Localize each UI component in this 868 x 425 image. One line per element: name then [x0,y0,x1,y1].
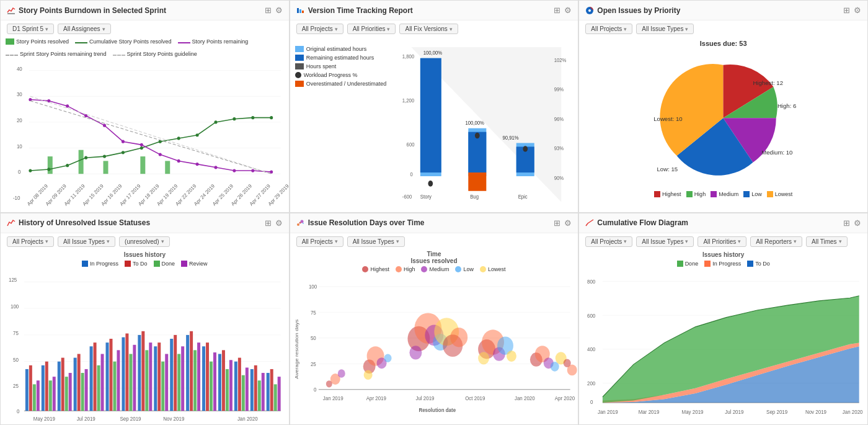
svg-text:0: 0 [590,398,593,405]
svg-rect-162 [229,360,232,411]
table-icon[interactable]: ⊞ [265,6,272,15]
unresolved-filter[interactable]: (unresolved) [119,236,170,247]
assignees-filter[interactable]: All Assignees [58,24,110,34]
projects-filter-6[interactable]: All Projects [585,236,632,247]
legend-remaining-color [178,42,190,43]
svg-point-183 [303,223,304,224]
legend-workload: Workload Progress % [295,72,394,78]
version-tracking-filters: All Projects All Priorities All Fix Vers… [290,20,578,37]
svg-text:Mar 2019: Mar 2019 [639,408,660,414]
projects-filter-4[interactable]: All Projects [7,236,54,247]
history-header: History of Unresolved Issue Statuses ⊞ ⚙ [1,213,289,233]
svg-point-216 [478,352,489,364]
svg-point-84 [475,133,480,139]
svg-text:30: 30 [17,92,22,97]
svg-point-215 [507,350,516,361]
resolution-title: Issue Resolution Days over Time [296,218,425,227]
svg-rect-63 [302,11,304,13]
svg-rect-118 [53,377,56,411]
version-chart-container: 1,800 1,200 600 0 -600 102% 99% 96% 93% … [399,40,574,210]
svg-rect-163 [234,361,237,410]
svg-rect-14 [104,161,108,174]
issue-types-filter-5[interactable]: All Issue Types [347,236,405,247]
resolution-filters: All Projects All Issue Types [290,233,578,250]
svg-rect-159 [218,354,221,411]
svg-text:100: 100 [11,303,19,310]
table-icon-6[interactable]: ⊞ [843,218,850,228]
reporters-filter[interactable]: All Reporters [750,236,802,247]
cumulative-header-icons: ⊞ ⚙ [843,218,861,228]
versions-filter[interactable]: All Fix Versions [399,24,458,34]
history-body: 125 100 75 50 25 0 [1,268,289,425]
svg-text:Jul 2019: Jul 2019 [77,415,95,422]
svg-text:-10: -10 [13,195,20,201]
svg-point-90 [523,146,528,152]
svg-text:Epic: Epic [518,193,528,200]
svg-text:1,200: 1,200 [402,97,414,104]
open-issues-header-icons: ⊞ ⚙ [843,6,861,15]
svg-text:Medium: 10: Medium: 10 [762,149,793,156]
svg-rect-121 [65,377,68,411]
svg-point-35 [103,124,106,127]
times-filter[interactable]: All Times [806,236,848,247]
svg-text:May 2019: May 2019 [33,415,55,422]
svg-rect-140 [141,331,144,410]
svg-text:Apr 2020: Apr 2020 [554,395,575,401]
issue-types-filter-4[interactable]: All Issue Types [58,236,115,247]
table-icon-2[interactable]: ⊞ [554,6,560,15]
settings-icon-6[interactable]: ⚙ [854,218,861,228]
sprint-filter[interactable]: D1 Sprint 5 [7,24,54,34]
projects-filter-2[interactable]: All Projects [296,24,343,34]
svg-text:90,91%: 90,91% [502,134,518,141]
svg-text:400: 400 [587,346,595,352]
resolution-header-icons: ⊞ ⚙ [554,218,572,228]
svg-rect-16 [165,161,170,174]
svg-rect-13 [79,150,84,174]
table-icon-5[interactable]: ⊞ [554,218,560,228]
cumulative-body: 800 600 400 200 0 [579,268,867,425]
open-issues-title-text: Open Issues by Priority [597,6,680,15]
svg-rect-169 [258,380,261,411]
svg-rect-158 [213,352,216,411]
legend-guideline: Sprint Story Points guideline [113,51,197,57]
svg-rect-146 [165,354,168,411]
settings-icon-2[interactable]: ⚙ [564,6,572,15]
svg-rect-154 [197,342,200,411]
svg-rect-149 [177,354,180,411]
svg-text:800: 800 [587,278,595,285]
settings-icon-4[interactable]: ⚙ [275,218,283,228]
priorities-filter-6[interactable]: All Priorities [698,236,746,247]
svg-point-197 [337,369,345,377]
priorities-filter-2[interactable]: All Priorities [347,24,396,34]
svg-text:Nov 2019: Nov 2019 [805,408,826,414]
resolution-body: Average resolution days 100 75 50 25 0 [290,274,578,425]
svg-text:0: 0 [17,408,19,414]
svg-rect-166 [246,367,249,411]
svg-text:Oct 2019: Oct 2019 [465,395,485,401]
svg-text:600: 600 [406,141,414,148]
svg-rect-127 [90,346,93,411]
svg-rect-62 [299,9,301,13]
svg-text:Jan 2020: Jan 2020 [843,408,863,414]
issue-types-filter-3[interactable]: All Issue Types [636,24,694,34]
settings-icon-3[interactable]: ⚙ [854,6,861,15]
legend-lowest: Lowest [767,191,793,197]
resolution-title-text: Issue Resolution Days over Time [308,218,425,227]
burndown-panel: Story Points Burndown in Selected Sprint… [0,0,290,213]
pie-legend: Highest High Medium Low Lowest [584,191,862,197]
projects-filter-3[interactable]: All Projects [585,24,632,34]
issue-types-filter-6[interactable]: All Issue Types [636,236,694,247]
version-tracking-header-icons: ⊞ ⚙ [554,6,572,15]
svg-point-78 [428,181,433,187]
table-icon-3[interactable]: ⊞ [843,6,850,15]
projects-filter-5[interactable]: All Projects [296,236,343,247]
legend-done-history: Done [154,261,175,267]
legend-resolved: Story Points resolved [6,38,69,45]
svg-text:50: 50 [13,356,19,362]
burndown-header: Story Points Burndown in Selected Sprint… [1,1,289,20]
svg-point-17 [29,169,32,172]
settings-icon-5[interactable]: ⚙ [564,218,572,228]
settings-icon[interactable]: ⚙ [275,6,283,15]
svg-text:Jan 2019: Jan 2019 [598,408,618,414]
table-icon-4[interactable]: ⊞ [265,218,272,228]
